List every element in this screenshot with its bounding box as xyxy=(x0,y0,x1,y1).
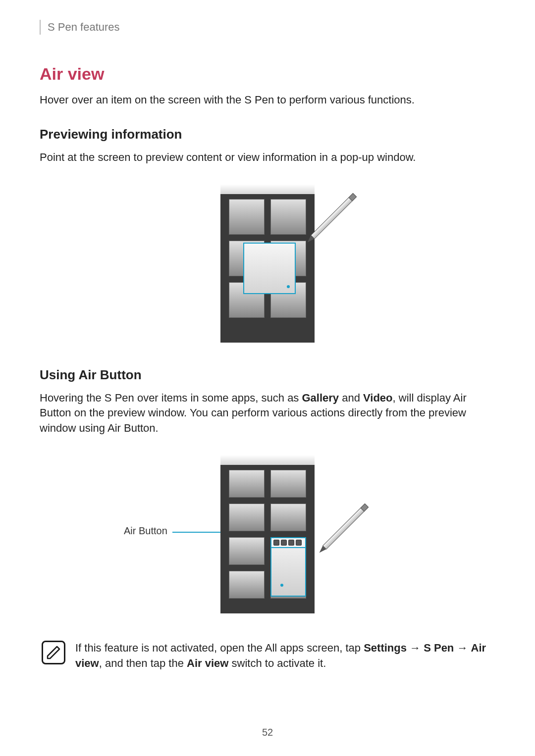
s-pen-icon xyxy=(286,179,371,265)
thumbnail xyxy=(229,537,265,565)
air-button-action-icon xyxy=(288,540,294,546)
figure-air-button: Air Button xyxy=(40,455,495,613)
previewing-body: Point at the screen to preview content o… xyxy=(40,150,495,165)
text: switch to activate it. xyxy=(228,657,326,669)
intro-paragraph: Hover over an item on the screen with th… xyxy=(40,93,495,108)
bold-spen: S Pen xyxy=(424,642,454,654)
bold-gallery: Gallery xyxy=(302,392,339,404)
callout-air-button-label: Air Button xyxy=(124,525,167,537)
header-rule xyxy=(40,20,41,35)
bold-air-view-switch: Air view xyxy=(187,657,228,669)
thumbnail xyxy=(229,504,265,531)
text: If this feature is not activated, open t… xyxy=(75,642,364,654)
svg-line-6 xyxy=(50,649,55,654)
air-button-action-icon xyxy=(281,540,287,546)
page-number: 52 xyxy=(0,727,535,738)
page-header: S Pen features xyxy=(40,20,495,35)
arrow: → xyxy=(454,642,471,654)
s-pen-icon xyxy=(298,490,382,576)
note-block: If this feature is not activated, open t… xyxy=(40,641,495,671)
thumbnail xyxy=(229,470,265,498)
text: , and then tap the xyxy=(99,657,187,669)
bold-settings: Settings xyxy=(364,642,407,654)
section-label: S Pen features xyxy=(48,21,120,34)
bold-video: Video xyxy=(363,392,393,404)
figure-preview xyxy=(40,184,495,343)
svg-rect-3 xyxy=(323,504,369,549)
air-button-body: Hovering the S Pen over items in some ap… xyxy=(40,391,495,436)
svg-rect-0 xyxy=(311,193,357,239)
text: and xyxy=(339,392,363,404)
heading-using-air-button: Using Air Button xyxy=(40,367,495,383)
note-text: If this feature is not activated, open t… xyxy=(75,641,493,671)
heading-air-view: Air view xyxy=(40,64,495,84)
thumbnail xyxy=(229,199,265,235)
thumbnail xyxy=(229,571,265,599)
arrow: → xyxy=(407,642,424,654)
heading-previewing-information: Previewing information xyxy=(40,127,495,142)
text: Hovering the S Pen over items in some ap… xyxy=(40,392,302,404)
note-icon xyxy=(42,641,65,664)
air-button-action-icon xyxy=(273,540,279,546)
phone-statusbar xyxy=(220,455,315,465)
